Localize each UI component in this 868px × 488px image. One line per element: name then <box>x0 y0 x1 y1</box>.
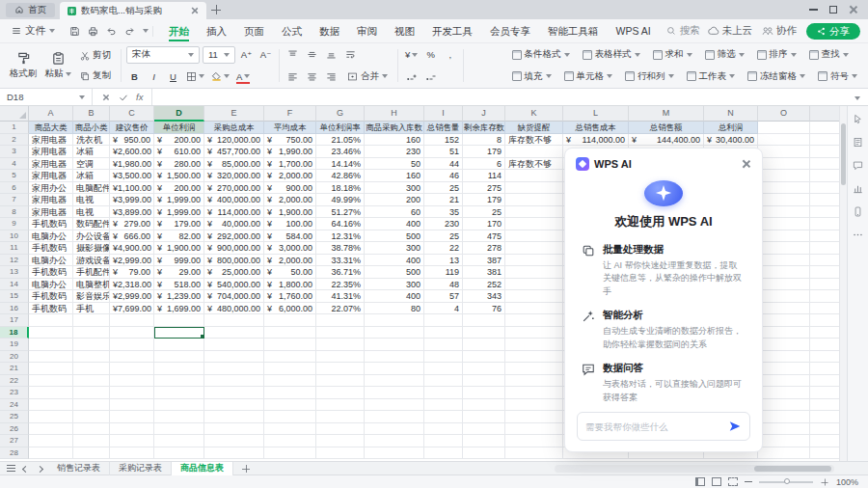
cell[interactable] <box>758 363 810 375</box>
new-document-button[interactable] <box>211 5 221 14</box>
cell[interactable]: 400 <box>365 255 424 267</box>
cell[interactable] <box>29 363 73 375</box>
cell[interactable] <box>505 182 563 195</box>
print-icon[interactable] <box>88 26 98 37</box>
cell[interactable] <box>758 194 810 206</box>
cell[interactable] <box>758 182 810 195</box>
cell[interactable] <box>505 435 563 447</box>
cell[interactable]: ¥7,699.00 <box>110 303 154 315</box>
next-sheet-icon[interactable] <box>34 464 45 474</box>
cell[interactable] <box>424 375 463 388</box>
prev-sheet-icon[interactable] <box>19 464 31 474</box>
cell[interactable] <box>204 387 264 399</box>
cell[interactable] <box>154 339 204 351</box>
cell[interactable]: 160 <box>365 170 424 182</box>
cell[interactable]: ¥1,990.00 <box>264 146 316 158</box>
cell[interactable] <box>758 158 810 171</box>
cell[interactable] <box>29 375 73 388</box>
cell[interactable] <box>73 411 110 423</box>
cell[interactable]: ¥2,000.00 <box>264 255 316 267</box>
cell[interactable]: 手机 <box>73 303 110 315</box>
cell[interactable] <box>758 447 810 460</box>
cell[interactable]: 49.99% <box>316 194 365 206</box>
shrink-font-button[interactable]: A⁻ <box>258 46 274 64</box>
formula-bar-collapse-icon[interactable] <box>847 92 868 102</box>
align-bottom-button[interactable] <box>323 46 339 64</box>
cell[interactable] <box>73 314 110 327</box>
cell[interactable] <box>505 447 563 460</box>
cell[interactable] <box>29 387 73 399</box>
cell[interactable]: ¥79.00 <box>110 266 154 279</box>
cell[interactable]: ¥1,699.00 <box>154 303 204 315</box>
side-pointer-icon[interactable] <box>853 114 863 124</box>
cell[interactable]: 电脑整机 <box>73 279 110 291</box>
row-header-22[interactable]: 22 <box>0 375 29 388</box>
cell[interactable] <box>758 122 810 134</box>
cell[interactable] <box>154 351 204 364</box>
cell[interactable]: ¥750.00 <box>264 134 316 147</box>
cell[interactable] <box>463 387 505 399</box>
cell[interactable]: ¥179.00 <box>154 218 204 230</box>
cell[interactable] <box>204 399 264 412</box>
table-header-cell[interactable]: 单位利润率 <box>316 122 365 134</box>
column-header-B[interactable]: B <box>73 106 110 122</box>
page-break-view-icon[interactable] <box>728 477 738 486</box>
cell[interactable]: ¥144,400.00 <box>629 134 704 147</box>
cell[interactable]: ¥25,000.00 <box>204 266 264 279</box>
column-header-A[interactable]: A <box>29 106 73 122</box>
menu-tab-会员专享[interactable]: 会员专享 <box>481 19 539 42</box>
cell[interactable]: 400 <box>365 290 424 303</box>
cell[interactable]: ¥1,800.00 <box>264 279 316 291</box>
cell[interactable]: 44 <box>424 158 463 171</box>
toolbar-button-条件格式[interactable]: 条件格式 <box>507 45 575 64</box>
cell[interactable] <box>110 435 154 447</box>
cell[interactable] <box>73 423 110 436</box>
cell[interactable]: ¥540,000.00 <box>204 279 264 291</box>
cell[interactable] <box>73 351 110 364</box>
cell[interactable] <box>264 447 316 460</box>
cell[interactable] <box>365 327 424 339</box>
cell[interactable] <box>316 387 365 399</box>
cell[interactable] <box>463 375 505 388</box>
send-icon[interactable] <box>728 420 742 433</box>
cell[interactable] <box>463 314 505 327</box>
cell[interactable]: ¥400,000.00 <box>204 194 264 206</box>
cell[interactable] <box>463 399 505 412</box>
cell[interactable] <box>29 327 73 339</box>
cell[interactable] <box>758 279 810 291</box>
cell[interactable]: 76 <box>463 303 505 315</box>
column-header-F[interactable]: F <box>264 106 316 122</box>
cell[interactable]: 摄影摄像 <box>73 242 110 255</box>
cell[interactable] <box>110 327 154 339</box>
cell[interactable]: ¥29.00 <box>154 266 204 279</box>
cell[interactable]: 160 <box>365 134 424 147</box>
cell[interactable]: 手机数码 <box>29 266 73 279</box>
borders-button[interactable] <box>184 68 206 85</box>
cell[interactable] <box>505 255 563 267</box>
cell[interactable]: 手机配件 <box>73 266 110 279</box>
cell[interactable] <box>264 375 316 388</box>
cell[interactable] <box>264 363 316 375</box>
cell[interactable]: 影音娱乐 <box>73 290 110 303</box>
cell[interactable]: 冰箱 <box>73 146 110 158</box>
cell[interactable] <box>463 411 505 423</box>
name-box[interactable]: D18 <box>0 89 93 105</box>
cell[interactable] <box>204 423 264 436</box>
cell[interactable]: 57 <box>424 290 463 303</box>
cell[interactable]: 300 <box>365 242 424 255</box>
cell[interactable] <box>316 375 365 388</box>
cell[interactable] <box>264 351 316 364</box>
cell[interactable] <box>505 423 563 436</box>
cell[interactable] <box>73 399 110 412</box>
cell[interactable]: 办公设备 <box>73 230 110 243</box>
cell[interactable] <box>316 314 365 327</box>
cell[interactable]: ¥584.00 <box>264 230 316 243</box>
cell[interactable]: 300 <box>365 182 424 195</box>
cell[interactable] <box>758 303 810 315</box>
column-header-M[interactable]: M <box>629 106 704 122</box>
underline-button[interactable]: U <box>165 68 181 85</box>
sheet-list-icon[interactable] <box>5 464 16 474</box>
cloud-status[interactable]: 未上云 <box>708 24 753 38</box>
cell[interactable] <box>365 363 424 375</box>
cell[interactable]: 电脑配件 <box>73 182 110 195</box>
